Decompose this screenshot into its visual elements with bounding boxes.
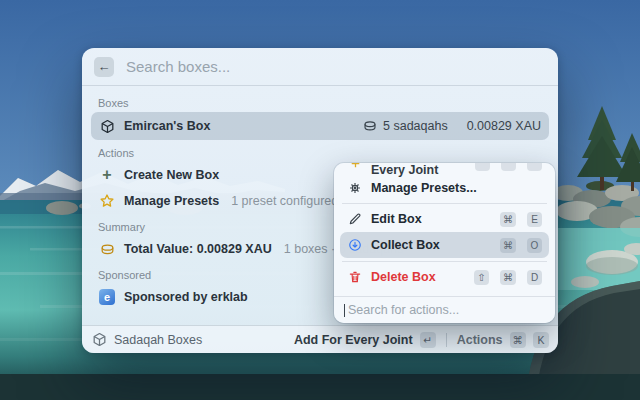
actions-menu-popup: Add For Every Joint Manage Presets... — [334, 163, 555, 323]
o-key-icon: O — [527, 238, 542, 253]
actions-search-bar — [334, 296, 555, 323]
command-key-icon: ⌘ — [500, 270, 516, 285]
shift-key-icon: ⇧ — [474, 270, 489, 285]
d-key-icon: D — [527, 270, 542, 285]
search-bar: ← — [82, 48, 558, 86]
menu-item-delete-box[interactable]: Delete Box ⇧ ⌘ D — [340, 265, 549, 289]
back-button[interactable]: ← — [94, 57, 114, 77]
collect-download-icon — [347, 237, 363, 253]
command-key-icon: ⌘ — [500, 212, 516, 227]
box-row-title: Emircan's Box — [124, 119, 210, 133]
plus-icon: + — [99, 167, 115, 183]
add-joint-icon — [347, 163, 363, 171]
text-cursor — [344, 304, 345, 317]
clipped-key-2 — [501, 163, 516, 171]
footer-cube-icon — [91, 332, 107, 348]
coin-icon — [362, 118, 378, 134]
menu-item-label: Delete Box — [371, 270, 436, 284]
actions-menu-list: Add For Every Joint Manage Presets... — [334, 163, 555, 296]
box-row-emircans-box[interactable]: Emircan's Box 5 sadaqahs 0.00829 XAU — [91, 112, 549, 140]
menu-item-collect-box[interactable]: Collect Box ⌘ O — [340, 232, 549, 258]
menu-item-add-for-every-joint[interactable]: Add For Every Joint — [340, 163, 549, 175]
menu-item-label: Edit Box — [371, 212, 422, 226]
footer-actions-button[interactable]: Actions — [457, 333, 503, 347]
window-footer: Sadaqah Boxes Add For Every Joint ↵ Acti… — [82, 325, 558, 353]
presets-row-title: Manage Presets — [124, 194, 219, 208]
clipped-key-1 — [475, 163, 490, 171]
gold-coin-icon — [99, 241, 115, 257]
k-key-icon: K — [533, 332, 549, 348]
cube-icon — [99, 118, 115, 134]
footer-app-name: Sadaqah Boxes — [114, 333, 202, 347]
e-key-icon: E — [527, 212, 542, 227]
clipped-key-3 — [527, 163, 542, 171]
pencil-icon — [347, 211, 363, 227]
menu-divider — [342, 203, 547, 204]
sponsor-row-title: Sponsored by erklab — [124, 290, 248, 304]
actions-search-input[interactable] — [346, 302, 545, 318]
presets-row-subtitle: 1 preset configured — [231, 194, 338, 208]
footer-primary-action[interactable]: Add For Every Joint — [294, 333, 413, 347]
summary-row-title: Total Value: 0.00829 XAU — [124, 242, 272, 256]
section-label-boxes: Boxes — [98, 97, 542, 109]
section-label-actions: Actions — [98, 147, 542, 159]
box-row-value: 0.00829 XAU — [467, 119, 541, 133]
star-icon — [99, 193, 115, 209]
search-input[interactable] — [124, 57, 546, 76]
gear-icon — [347, 180, 363, 196]
erklab-app-icon: e — [99, 289, 115, 305]
back-arrow-icon: ← — [98, 59, 111, 74]
menu-item-label: Collect Box — [371, 238, 440, 252]
box-row-count: 5 sadaqahs — [362, 118, 448, 134]
menu-divider — [342, 261, 547, 262]
menu-item-label: Manage Presets... — [371, 181, 477, 195]
command-key-icon: ⌘ — [500, 238, 516, 253]
menu-item-edit-box[interactable]: Edit Box ⌘ E — [340, 207, 549, 231]
trash-icon — [347, 269, 363, 285]
return-key-icon: ↵ — [420, 332, 436, 348]
create-row-title: Create New Box — [124, 168, 219, 182]
menu-item-label: Add For Every Joint — [371, 163, 456, 177]
menu-item-manage-presets[interactable]: Manage Presets... — [340, 176, 549, 200]
command-key-icon: ⌘ — [510, 332, 527, 348]
footer-divider — [446, 333, 447, 347]
